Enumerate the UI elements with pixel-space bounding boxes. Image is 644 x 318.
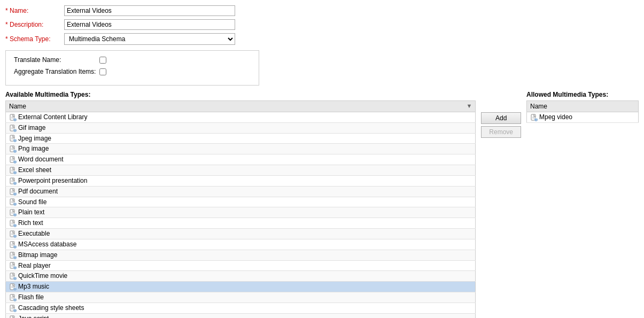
svg-text:i: i (14, 316, 16, 318)
allowed-column-name: Name (527, 101, 639, 112)
list-item[interactable]: i Word document (6, 154, 476, 165)
file-icon: i (9, 241, 17, 249)
description-label: * Description: (5, 21, 64, 28)
svg-text:i: i (14, 210, 16, 216)
aggregate-translation-label: Aggregate Translation Items: (14, 68, 99, 75)
file-icon: i (9, 145, 17, 153)
svg-text:i: i (14, 221, 16, 227)
file-icon: i (9, 114, 17, 121)
available-section-title: Available Multimedia Types: (5, 91, 476, 98)
schema-type-select[interactable]: Multimedia SchemaDocument SchemaImage Sc… (64, 33, 235, 45)
description-input[interactable] (64, 19, 235, 30)
list-item[interactable]: i Mpeg video (527, 112, 639, 123)
add-button[interactable]: Add (481, 112, 521, 124)
file-icon: i (9, 125, 17, 132)
list-item[interactable]: i Rich text (6, 218, 476, 229)
list-item[interactable]: i QuickTime movie (6, 271, 476, 282)
svg-text:i: i (14, 242, 16, 249)
list-item[interactable]: i Sound file (6, 197, 476, 207)
file-icon: i (9, 220, 17, 227)
svg-text:i: i (14, 263, 16, 269)
name-label: * Name: (5, 7, 64, 14)
svg-text:i: i (14, 199, 16, 206)
list-item[interactable]: i Png image (6, 144, 476, 154)
svg-text:i: i (14, 253, 16, 259)
list-item[interactable]: i Mp3 music (6, 282, 476, 292)
aggregate-translation-checkbox[interactable] (99, 68, 106, 75)
list-item[interactable]: i Excel sheet (6, 165, 476, 176)
svg-text:i: i (14, 146, 16, 153)
file-icon: i (9, 167, 17, 174)
svg-text:i: i (14, 231, 16, 238)
svg-text:i: i (14, 274, 16, 280)
svg-text:i: i (14, 306, 16, 312)
list-item[interactable]: i Cascading style sheets (6, 303, 476, 313)
file-icon: i (9, 262, 17, 269)
list-item[interactable]: i Jpeg image (6, 133, 476, 144)
file-icon: i (530, 114, 538, 121)
svg-text:i: i (14, 179, 16, 185)
available-column-name: Name ▼ (6, 101, 476, 112)
svg-text:i: i (14, 189, 16, 196)
file-icon: i (9, 198, 17, 206)
options-box: Translate Name: Aggregate Translation It… (5, 50, 259, 86)
file-icon: i (9, 209, 17, 216)
list-item[interactable]: i Java script (6, 313, 476, 318)
filter-icon[interactable]: ▼ (466, 103, 472, 109)
file-icon: i (9, 188, 17, 196)
file-icon: i (9, 273, 17, 280)
file-icon: i (9, 283, 17, 291)
file-icon: i (9, 294, 17, 301)
allowed-list-table: Name i Mpeg video (526, 100, 639, 123)
list-item[interactable]: i Executable (6, 229, 476, 239)
allowed-section-title: Allowed Multimedia Types: (526, 91, 639, 98)
list-item[interactable]: i Powerpoint presentation (6, 175, 476, 186)
schema-type-label: * Schema Type: (5, 35, 64, 43)
translate-name-label: Translate Name: (14, 56, 99, 64)
svg-text:i: i (14, 136, 16, 142)
list-item[interactable]: i MSAccess database (6, 239, 476, 250)
svg-text:i: i (14, 115, 16, 121)
file-icon: i (9, 305, 17, 312)
file-icon: i (9, 252, 17, 259)
translate-name-checkbox[interactable] (99, 57, 106, 64)
svg-text:i: i (536, 115, 537, 121)
file-icon: i (9, 315, 17, 318)
svg-text:i: i (14, 126, 16, 132)
list-item[interactable]: i Bitmap image (6, 250, 476, 260)
file-icon: i (9, 156, 17, 164)
svg-text:i: i (14, 284, 16, 291)
list-item[interactable]: i Real player (6, 260, 476, 271)
remove-button[interactable]: Remove (481, 126, 521, 138)
svg-text:i: i (14, 295, 16, 301)
svg-text:i: i (14, 168, 16, 174)
file-icon: i (9, 177, 17, 185)
file-icon: i (9, 230, 17, 238)
list-item[interactable]: i Plain text (6, 207, 476, 218)
available-list-table: Name ▼ i External Content Library i Gif … (5, 100, 476, 318)
list-item[interactable]: i Gif image (6, 122, 476, 133)
svg-text:i: i (14, 157, 16, 164)
file-icon: i (9, 135, 17, 142)
list-item[interactable]: i Flash file (6, 292, 476, 303)
list-item[interactable]: i Pdf document (6, 186, 476, 197)
name-input[interactable] (64, 5, 235, 16)
list-item[interactable]: i External Content Library (6, 112, 476, 123)
